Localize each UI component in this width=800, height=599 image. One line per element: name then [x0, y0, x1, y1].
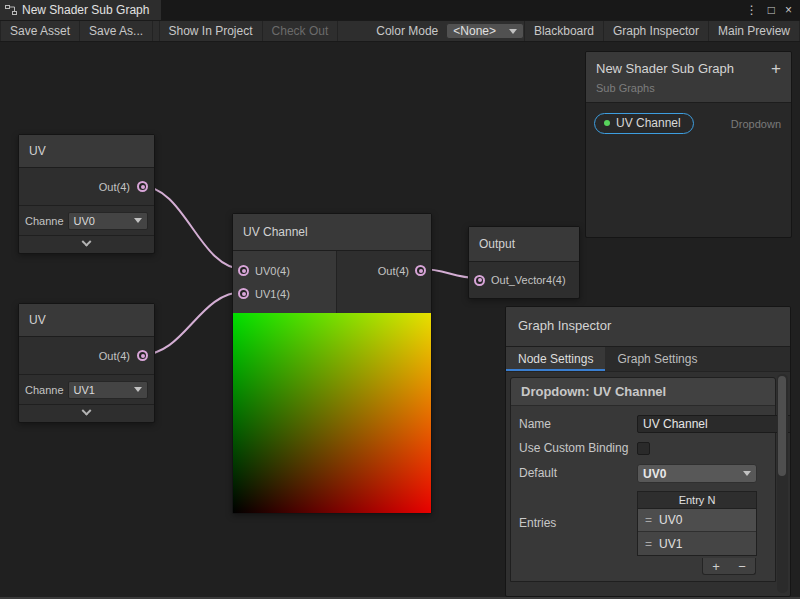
- use-custom-binding-label: Use Custom Binding: [519, 441, 637, 456]
- channel-dropdown-value: UV1: [74, 384, 95, 396]
- entries-list-footer: + −: [702, 558, 756, 575]
- output-port-row: Out(4): [19, 337, 154, 374]
- ports-area: UV0(4) UV1(4) Out(4): [233, 251, 431, 313]
- drag-handle-icon[interactable]: =: [645, 537, 652, 551]
- blackboard-header[interactable]: New Shader Sub Graph Sub Graphs +: [586, 52, 791, 103]
- color-mode-dropdown[interactable]: <None>: [446, 23, 524, 39]
- blackboard-panel: New Shader Sub Graph Sub Graphs + UV Cha…: [585, 51, 792, 238]
- entry-value: UV0: [659, 513, 682, 527]
- dropdown-arrow-icon: [134, 218, 142, 223]
- save-asset-button[interactable]: Save Asset: [0, 21, 80, 41]
- window-controls: ⋮ □ ×: [746, 0, 800, 20]
- exposed-dot-icon: [604, 120, 610, 126]
- blackboard-toggle-button[interactable]: Blackboard: [524, 21, 604, 41]
- node-title[interactable]: UV Channel: [233, 214, 431, 251]
- uv-node-bottom[interactable]: UV Out(4) Channe UV1: [18, 303, 155, 423]
- unity-shader-graph-window: New Shader Sub Graph ⋮ □ × Save Asset Sa…: [0, 0, 800, 599]
- input-port-uv0[interactable]: [238, 265, 249, 276]
- dropdown-settings-section: Dropdown: UV Channel Name Use Custom Bin…: [510, 377, 776, 582]
- collapse-chevron-icon: [82, 406, 92, 416]
- port-dot: [141, 354, 145, 358]
- edge-uvbottom-to-uv1[interactable]: [141, 292, 243, 355]
- blackboard-body: UV Channel Dropdown: [586, 103, 791, 134]
- channel-row: Channe UV0: [19, 205, 154, 235]
- show-in-project-button[interactable]: Show In Project: [160, 21, 263, 41]
- entries-footer-row: + −: [519, 558, 757, 575]
- remove-entry-button[interactable]: −: [729, 558, 755, 574]
- dropdown-arrow-icon: [509, 29, 517, 34]
- output-ports-column: Out(4): [337, 251, 431, 313]
- input-ports-column: UV0(4) UV1(4): [233, 251, 337, 313]
- entries-list: Entry N = UV0 = UV1: [637, 491, 757, 556]
- channel-dropdown-value: UV0: [74, 215, 95, 227]
- add-property-button[interactable]: +: [771, 60, 781, 77]
- input-port-out-vector4[interactable]: [474, 275, 485, 286]
- channel-label: Channe: [25, 215, 64, 227]
- default-label: Default: [519, 466, 637, 481]
- main-preview-toggle-button[interactable]: Main Preview: [709, 21, 800, 41]
- output-port[interactable]: [415, 265, 426, 276]
- graph-toolbar: Save Asset Save As... Show In Project Ch…: [0, 20, 800, 42]
- node-title[interactable]: UV: [19, 135, 154, 168]
- window-close-icon[interactable]: ×: [785, 4, 792, 16]
- output-port[interactable]: [137, 181, 148, 192]
- add-entry-button[interactable]: +: [703, 558, 729, 574]
- entries-field-row: Entries Entry N = UV0 = UV1: [519, 491, 757, 556]
- channel-row: Channe UV1: [19, 374, 154, 404]
- toolbar-right-group: Blackboard Graph Inspector Main Preview: [524, 21, 800, 41]
- port-label: UV0(4): [255, 265, 290, 277]
- use-custom-binding-checkbox[interactable]: [637, 442, 650, 455]
- document-tab[interactable]: New Shader Sub Graph: [0, 0, 161, 20]
- input-port-uv1[interactable]: [238, 288, 249, 299]
- dropdown-arrow-icon: [134, 387, 142, 392]
- blackboard-item-pill[interactable]: UV Channel: [594, 113, 694, 134]
- output-port-row: Out(4): [19, 168, 154, 205]
- blackboard-title: New Shader Sub Graph: [596, 61, 781, 76]
- port-dot: [242, 292, 246, 296]
- uv-channel-node[interactable]: UV Channel UV0(4) UV1(4) Out(4): [232, 213, 432, 514]
- collapse-button[interactable]: [19, 404, 154, 422]
- scrollbar-thumb[interactable]: [778, 376, 786, 476]
- entries-label: Entries: [519, 516, 637, 531]
- save-as-button[interactable]: Save As...: [80, 21, 153, 41]
- inspector-header[interactable]: Graph Inspector: [506, 307, 790, 347]
- inspector-content: Dropdown: UV Channel Name Use Custom Bin…: [506, 373, 790, 596]
- section-title: Dropdown: UV Channel: [511, 378, 775, 406]
- graph-canvas[interactable]: UV Out(4) Channe UV0 UV Out(4): [0, 43, 800, 599]
- drag-handle-icon[interactable]: =: [645, 513, 652, 527]
- entry-row[interactable]: = UV1: [638, 532, 756, 555]
- section-body: Name Use Custom Binding Default UV0: [511, 406, 775, 581]
- entry-row[interactable]: = UV0: [638, 509, 756, 532]
- blackboard-item[interactable]: UV Channel Dropdown: [586, 103, 791, 134]
- collapse-button[interactable]: [19, 235, 154, 253]
- channel-dropdown[interactable]: UV0: [68, 212, 148, 230]
- port-label: Out(4): [378, 265, 409, 277]
- port-label: Out_Vector4(4): [491, 274, 566, 286]
- edge-uvtop-to-uv0[interactable]: [141, 186, 243, 269]
- node-title[interactable]: UV: [19, 304, 154, 337]
- graph-inspector-toggle-button[interactable]: Graph Inspector: [604, 21, 709, 41]
- inspector-scrollbar[interactable]: [777, 374, 788, 593]
- input-port-row: UV0(4): [233, 259, 336, 282]
- port-dot: [419, 269, 423, 273]
- default-dropdown[interactable]: UV0: [637, 464, 757, 483]
- color-mode-value: <None>: [453, 24, 496, 38]
- node-title[interactable]: Output: [469, 227, 579, 262]
- tab-graph-settings[interactable]: Graph Settings: [605, 347, 709, 371]
- name-input[interactable]: [637, 415, 791, 433]
- default-dropdown-value: UV0: [643, 467, 666, 481]
- output-node[interactable]: Output Out_Vector4(4): [468, 226, 580, 299]
- inspector-tabs: Node Settings Graph Settings: [506, 347, 790, 372]
- output-port[interactable]: [137, 350, 148, 361]
- node-uv-preview: [233, 313, 431, 513]
- window-menu-icon[interactable]: ⋮: [746, 4, 758, 16]
- name-field-row: Name: [519, 415, 757, 433]
- channel-dropdown[interactable]: UV1: [68, 381, 148, 399]
- tab-node-settings[interactable]: Node Settings: [506, 347, 605, 371]
- uv-node-top[interactable]: UV Out(4) Channe UV0: [18, 134, 155, 254]
- window-maximize-icon[interactable]: □: [768, 4, 775, 16]
- default-field-row: Default UV0: [519, 464, 757, 483]
- document-tab-title: New Shader Sub Graph: [22, 3, 149, 17]
- entry-value: UV1: [659, 537, 682, 551]
- custom-binding-row: Use Custom Binding: [519, 441, 757, 456]
